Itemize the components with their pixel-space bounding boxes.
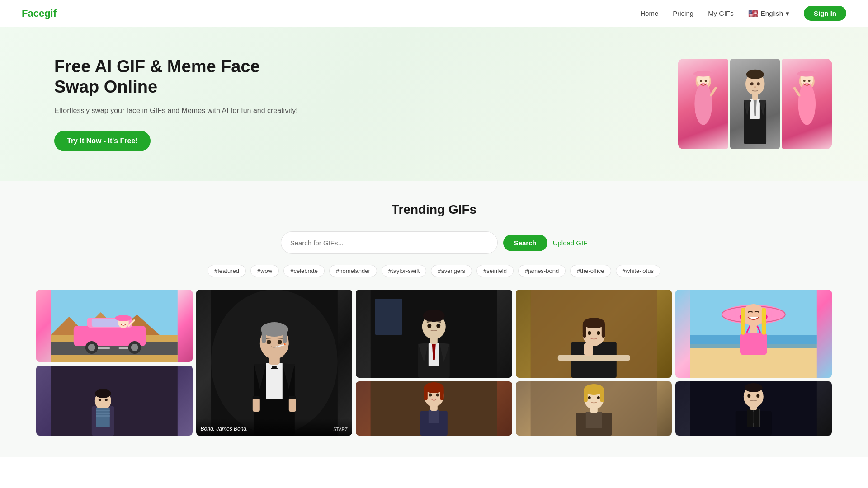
svg-line-71 <box>277 338 282 338</box>
hero-image-collage <box>678 59 832 149</box>
svg-rect-141 <box>762 308 766 335</box>
hero-image-center <box>730 59 780 149</box>
svg-point-73 <box>283 343 285 345</box>
svg-rect-97 <box>429 410 439 423</box>
svg-rect-54 <box>96 415 110 417</box>
hero-title: Free AI GIF & Meme Face Swap Online <box>54 56 307 98</box>
svg-point-114 <box>588 331 591 335</box>
svg-rect-146 <box>747 409 754 427</box>
flag-icon: 🇺🇸 <box>748 9 758 19</box>
search-bar: Search Upload GIF <box>36 231 832 254</box>
svg-rect-123 <box>584 389 588 402</box>
search-button[interactable]: Search <box>503 235 547 251</box>
svg-rect-74 <box>252 398 259 412</box>
hashtag-the-office[interactable]: #the-office <box>570 265 611 277</box>
svg-point-103 <box>429 394 432 397</box>
svg-point-23 <box>798 83 816 125</box>
svg-point-87 <box>423 310 445 322</box>
svg-rect-147 <box>754 409 760 427</box>
svg-rect-52 <box>96 410 110 411</box>
chevron-down-icon: ▾ <box>786 9 789 18</box>
hero-image-right <box>782 59 832 149</box>
svg-point-115 <box>597 331 600 335</box>
trending-section: Trending GIFs Search Upload GIF #feature… <box>0 181 868 457</box>
svg-point-91 <box>438 324 439 327</box>
svg-point-24 <box>803 80 806 82</box>
try-now-button[interactable]: Try It Now - It's Free! <box>54 131 151 151</box>
svg-point-111 <box>583 318 605 328</box>
svg-point-49 <box>99 399 101 401</box>
svg-point-151 <box>748 394 751 398</box>
hashtag-james-bond[interactable]: #james-bond <box>518 265 566 277</box>
svg-rect-67 <box>282 329 287 343</box>
gif-card-barbie1[interactable] <box>36 290 193 362</box>
svg-point-41 <box>131 344 138 351</box>
svg-rect-3 <box>696 71 710 75</box>
svg-point-4 <box>694 83 712 125</box>
svg-line-7 <box>711 88 715 95</box>
language-label: English <box>761 9 783 17</box>
gif-card-dark[interactable] <box>675 381 832 436</box>
search-input-wrap <box>281 231 498 254</box>
hero-text: Free AI GIF & Meme Face Swap Online Effo… <box>54 56 307 152</box>
svg-rect-75 <box>288 398 296 412</box>
svg-point-5 <box>700 80 702 82</box>
svg-point-50 <box>105 399 108 401</box>
gif-card-office2[interactable] <box>516 381 672 436</box>
svg-point-68 <box>266 340 271 344</box>
svg-point-125 <box>588 396 591 399</box>
hashtag-celebrate[interactable]: #celebrate <box>283 265 325 277</box>
svg-point-150 <box>745 383 763 392</box>
language-selector[interactable]: 🇺🇸 English ▾ <box>748 9 789 19</box>
nav-links: Home Pricing My GIFs 🇺🇸 English ▾ Sign I… <box>640 6 846 21</box>
hashtag-seinfeld[interactable]: #seinfeld <box>476 265 514 277</box>
svg-point-126 <box>597 396 600 399</box>
gif-card-seinfeld[interactable] <box>36 366 193 436</box>
nav-pricing[interactable]: Pricing <box>673 9 693 17</box>
gif-card-redhead[interactable] <box>356 381 512 436</box>
svg-point-16 <box>754 86 756 88</box>
navbar: Facegif Home Pricing My GIFs 🇺🇸 English … <box>0 0 868 27</box>
gif-card-office1[interactable] <box>516 290 672 378</box>
hashtag-wow[interactable]: #wow <box>250 265 279 277</box>
svg-point-39 <box>88 344 95 351</box>
svg-point-48 <box>95 389 111 398</box>
hashtag-avengers[interactable]: #avengers <box>431 265 472 277</box>
gif-column-2: Bond. James Bond. STARZ <box>196 290 353 436</box>
svg-point-25 <box>808 80 811 82</box>
svg-rect-76 <box>252 396 259 399</box>
svg-rect-140 <box>741 308 745 335</box>
svg-point-13 <box>746 70 764 79</box>
svg-point-15 <box>757 82 760 85</box>
upload-gif-link[interactable]: Upload GIF <box>553 239 588 247</box>
gif-column-5 <box>675 290 832 436</box>
hashtag-homelander[interactable]: #homelander <box>329 265 377 277</box>
nav-home[interactable]: Home <box>640 9 658 17</box>
gif-card-barbie2[interactable] <box>675 290 832 378</box>
site-logo[interactable]: Facegif <box>22 8 57 19</box>
hashtag-taylor-swift[interactable]: #taylor-swift <box>382 265 426 277</box>
hashtag-featured[interactable]: #featured <box>208 265 246 277</box>
signin-button[interactable]: Sign In <box>804 6 846 21</box>
gif-card-bond[interactable]: Bond. James Bond. STARZ <box>196 290 353 436</box>
hero-section: Free AI GIF & Meme Face Swap Online Effo… <box>0 27 868 181</box>
svg-rect-30 <box>96 347 110 349</box>
svg-point-6 <box>704 80 707 82</box>
svg-rect-112 <box>583 323 586 338</box>
starz-label: STARZ <box>333 427 348 432</box>
svg-line-26 <box>795 88 799 95</box>
svg-rect-79 <box>375 299 402 335</box>
gif-card-psycho[interactable] <box>356 290 512 378</box>
svg-rect-137 <box>740 333 767 355</box>
svg-point-43 <box>115 315 132 321</box>
svg-rect-66 <box>261 329 266 343</box>
hashtag-list: #featured #wow #celebrate #homelander #t… <box>36 265 832 277</box>
search-input[interactable] <box>290 239 488 247</box>
hashtag-white-lotus[interactable]: #white-lotus <box>616 265 660 277</box>
svg-rect-102 <box>440 388 444 400</box>
svg-point-14 <box>750 82 753 85</box>
svg-point-104 <box>436 394 439 397</box>
svg-rect-119 <box>586 412 602 428</box>
gif-column-3 <box>356 290 512 436</box>
nav-my-gifs[interactable]: My GIFs <box>708 9 734 17</box>
